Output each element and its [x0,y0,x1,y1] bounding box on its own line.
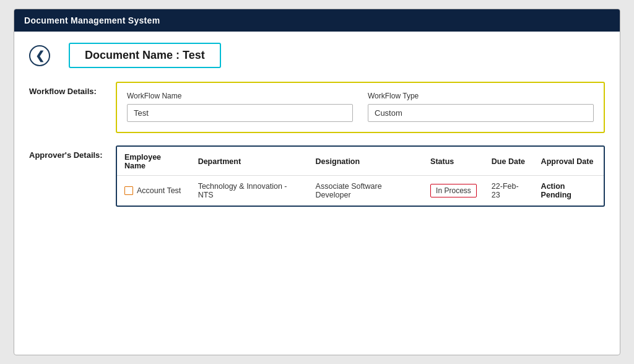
col-department: Department [191,147,308,176]
back-icon: ❮ [35,49,45,63]
workflow-name-field: WorkFlow Name Test [127,92,353,122]
approver-table: Employee Name Department Designation Sta… [117,147,604,206]
table-row: Account Test Technology & Innovation - N… [117,176,604,206]
approval-date-cell: Action Pending [534,176,604,206]
content-area: ❮ Document Name : Test Workflow Details:… [14,32,620,234]
approver-box: Employee Name Department Designation Sta… [116,145,605,207]
top-row: ❮ Document Name : Test [29,43,605,68]
workflow-name-label: WorkFlow Name [127,92,353,100]
designation-value: Associate Software Developer [316,182,382,199]
status-badge: In Process [430,184,477,197]
document-name-label: Document Name : Test [85,49,205,61]
col-due-date: Due Date [484,147,534,176]
due-date-cell: 22-Feb-23 [484,176,534,206]
workflow-type-label: WorkFlow Type [368,92,594,100]
employee-name-cell: Account Test [117,176,191,206]
workflow-section: Workflow Details: WorkFlow Name Test Wor… [29,82,605,133]
document-name-box: Document Name : Test [69,43,221,68]
status-cell: In Process [423,176,484,206]
employee-name-value: Account Test [137,186,181,195]
col-designation: Designation [308,147,423,176]
app-title: Document Management System [24,15,160,25]
department-cell: Technology & Innovation - NTS [191,176,308,206]
due-date-value: 22-Feb-23 [492,182,519,199]
main-window: Document Management System ❮ Document Na… [14,9,620,355]
row-checkbox[interactable] [124,186,133,195]
designation-cell: Associate Software Developer [308,176,423,206]
table-header-row: Employee Name Department Designation Sta… [117,147,604,176]
col-approval-date: Approval Date [534,147,604,176]
workflow-type-field: WorkFlow Type Custom [368,92,594,122]
workflow-type-input[interactable]: Custom [368,104,594,122]
back-button[interactable]: ❮ [29,45,50,66]
title-bar: Document Management System [14,9,620,32]
approver-section-label: Approver's Details: [29,145,116,160]
workflow-section-label: Workflow Details: [29,82,116,96]
department-value: Technology & Innovation - NTS [198,182,287,199]
col-status: Status [423,147,484,176]
approver-section: Approver's Details: Employee Name Depart… [29,145,605,207]
workflow-name-input[interactable]: Test [127,104,353,122]
approval-date-value: Action Pending [541,182,571,199]
col-employee-name: Employee Name [117,147,191,176]
workflow-box: WorkFlow Name Test WorkFlow Type Custom [116,82,605,133]
